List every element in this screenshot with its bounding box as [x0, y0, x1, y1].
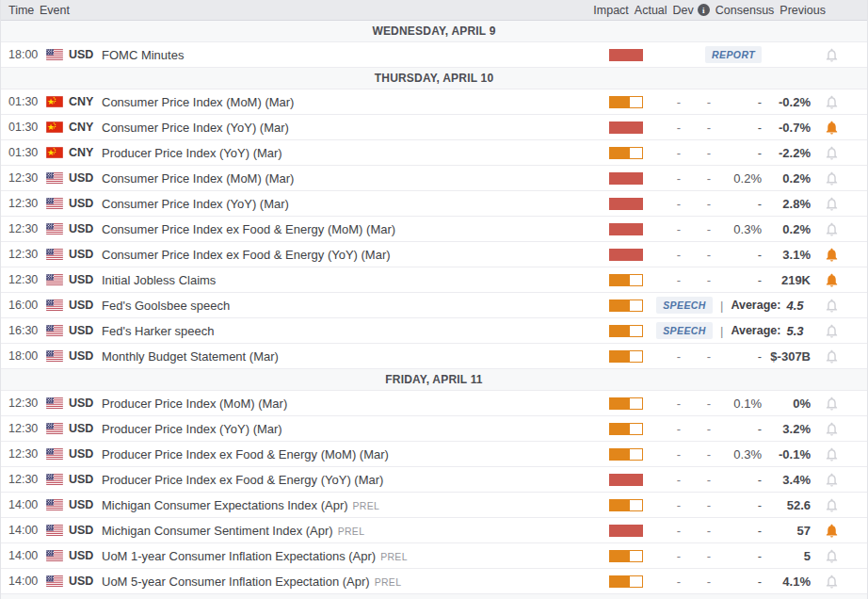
event-row[interactable]: 12:30USDProducer Price Index (MoM) (Mar)…	[1, 391, 867, 416]
date-header: FRIDAY, APRIL 11	[1, 369, 867, 391]
event-row[interactable]: 01:30★CNYConsumer Price Index (MoM) (Mar…	[1, 89, 867, 115]
alert-bell-button[interactable]	[811, 170, 867, 186]
event-name[interactable]: Consumer Price Index (YoY) (Mar)	[102, 197, 289, 211]
alert-bell-button[interactable]	[811, 348, 867, 364]
impact-fill	[610, 326, 630, 336]
alert-bell-button[interactable]	[811, 94, 867, 110]
consensus-value: 0.3%	[711, 447, 762, 461]
deviation-value: -	[681, 349, 711, 364]
event-row[interactable]: 12:30USDConsumer Price Index ex Food & E…	[1, 217, 867, 242]
event-name[interactable]: Producer Price Index (YoY) (Mar)	[102, 422, 282, 436]
currency-code: USD	[69, 575, 99, 588]
us-flag-icon	[46, 423, 63, 434]
event-name[interactable]: Producer Price Index ex Food & Energy (Y…	[102, 473, 383, 487]
event-cell: UoM 1-year Consumer Inflation Expectatio…	[102, 549, 609, 563]
alert-bell-button[interactable]	[811, 298, 867, 314]
event-cell: Producer Price Index (YoY) (Mar)	[102, 146, 609, 160]
alert-bell-button[interactable]	[811, 421, 867, 437]
event-name[interactable]: Producer Price Index (YoY) (Mar)	[102, 146, 282, 160]
event-name[interactable]: Monthly Budget Statement (Mar)	[102, 349, 279, 364]
calendar-body: WEDNESDAY, APRIL 918:00USDFOMC MinutesRE…	[1, 21, 867, 594]
event-row[interactable]: 16:30USDFed's Harker speechSPEECH|Averag…	[1, 318, 867, 344]
alert-bell-button[interactable]	[811, 272, 867, 288]
alert-bell-button[interactable]	[811, 196, 867, 212]
event-time: 12:30	[8, 422, 42, 435]
preliminary-tag: PREL	[380, 551, 408, 562]
speech-link[interactable]: SPEECH	[656, 322, 713, 339]
alert-bell-button[interactable]	[811, 446, 867, 462]
event-name[interactable]: Michigan Consumer Sentiment Index (Apr)	[102, 524, 333, 538]
event-row[interactable]: 12:30USDProducer Price Index (YoY) (Mar)…	[1, 416, 867, 442]
event-row[interactable]: 12:30USDConsumer Price Index (YoY) (Mar)…	[1, 191, 867, 217]
alert-bell-button[interactable]	[811, 523, 867, 539]
dev-info-icon[interactable]: i	[698, 4, 710, 16]
previous-value: 0%	[762, 397, 811, 411]
us-flag-icon	[46, 172, 63, 184]
event-name[interactable]: Fed's Harker speech	[102, 324, 215, 338]
impact-cell	[609, 448, 658, 461]
alert-bell-button[interactable]	[811, 396, 867, 412]
currency-code: USD	[69, 473, 99, 486]
event-row[interactable]: 01:30★CNYConsumer Price Index (YoY) (Mar…	[1, 115, 867, 140]
event-name[interactable]: UoM 5-year Consumer Inflation Expectatio…	[102, 575, 370, 589]
event-name[interactable]: FOMC Minutes	[102, 48, 184, 62]
event-name[interactable]: Fed's Goolsbee speech	[102, 299, 230, 313]
event-name[interactable]: Consumer Price Index ex Food & Energy (Y…	[102, 248, 391, 262]
alert-bell-button[interactable]	[811, 247, 867, 263]
alert-bell-button[interactable]	[811, 47, 867, 63]
alert-bell-button[interactable]	[811, 323, 867, 339]
consensus-value: -	[711, 422, 762, 436]
us-flag-icon	[46, 499, 63, 510]
event-row[interactable]: 14:00USDMichigan Consumer Sentiment Inde…	[1, 518, 867, 543]
event-row[interactable]: 12:30USDProducer Price Index ex Food & E…	[1, 442, 867, 467]
alert-bell-button[interactable]	[811, 221, 867, 237]
event-row[interactable]: 14:00USDUoM 5-year Consumer Inflation Ex…	[1, 569, 867, 594]
event-name[interactable]: Consumer Price Index (YoY) (Mar)	[102, 121, 289, 135]
alert-bell-button[interactable]	[811, 145, 867, 161]
event-name[interactable]: Producer Price Index (MoM) (Mar)	[102, 397, 287, 411]
event-row[interactable]: 14:00USDMichigan Consumer Expectations I…	[1, 493, 867, 518]
average-value: 5.3	[786, 324, 803, 338]
impact-fill	[610, 97, 630, 107]
actual-value: -	[658, 222, 681, 236]
event-time: 12:30	[8, 473, 42, 486]
currency-code: USD	[69, 324, 99, 337]
event-row[interactable]: 18:00USDMonthly Budget Statement (Mar)--…	[1, 344, 867, 369]
deviation-value: -	[681, 549, 711, 563]
bell-active-icon	[824, 272, 840, 288]
event-row[interactable]: 12:30USDConsumer Price Index ex Food & E…	[1, 242, 867, 267]
event-name[interactable]: Producer Price Index ex Food & Energy (M…	[102, 447, 389, 461]
event-row[interactable]: 16:00USDFed's Goolsbee speechSPEECH|Aver…	[1, 293, 867, 318]
event-time: 16:30	[8, 324, 42, 337]
impact-indicator-medium	[609, 423, 643, 435]
event-cell: Consumer Price Index (YoY) (Mar)	[102, 121, 609, 135]
event-row[interactable]: 18:00USDFOMC MinutesREPORT	[1, 42, 867, 68]
event-time: 12:30	[8, 171, 42, 185]
event-cell: Consumer Price Index ex Food & Energy (Y…	[102, 248, 609, 262]
report-link[interactable]: REPORT	[705, 46, 762, 63]
event-row[interactable]: 12:30USDProducer Price Index ex Food & E…	[1, 467, 867, 493]
event-name[interactable]: UoM 1-year Consumer Inflation Expectatio…	[102, 549, 376, 563]
impact-cell	[609, 397, 658, 410]
impact-indicator-high	[609, 49, 643, 61]
alert-bell-button[interactable]	[811, 120, 867, 136]
alert-bell-button[interactable]	[811, 548, 867, 564]
event-row[interactable]: 12:30USDInitial Jobless Claims---219K	[1, 267, 867, 293]
alert-bell-button[interactable]	[811, 472, 867, 488]
speech-link[interactable]: SPEECH	[656, 297, 713, 314]
event-row[interactable]: 14:00USDUoM 1-year Consumer Inflation Ex…	[1, 543, 867, 569]
event-name[interactable]: Consumer Price Index (MoM) (Mar)	[102, 95, 294, 109]
alert-bell-button[interactable]	[811, 574, 867, 590]
event-row[interactable]: 01:30★CNYProducer Price Index (YoY) (Mar…	[1, 140, 867, 166]
speech-cell: SPEECH	[658, 297, 711, 314]
currency-code: USD	[69, 524, 99, 537]
event-name[interactable]: Initial Jobless Claims	[102, 273, 216, 287]
event-name[interactable]: Michigan Consumer Expectations Index (Ap…	[102, 498, 348, 512]
event-name[interactable]: Consumer Price Index (MoM) (Mar)	[102, 171, 294, 186]
event-name[interactable]: Consumer Price Index ex Food & Energy (M…	[102, 222, 395, 236]
impact-indicator-medium	[609, 397, 643, 410]
bell-icon	[824, 298, 840, 314]
impact-fill	[610, 500, 630, 510]
event-row[interactable]: 12:30USDConsumer Price Index (MoM) (Mar)…	[1, 166, 867, 191]
alert-bell-button[interactable]	[811, 497, 867, 513]
